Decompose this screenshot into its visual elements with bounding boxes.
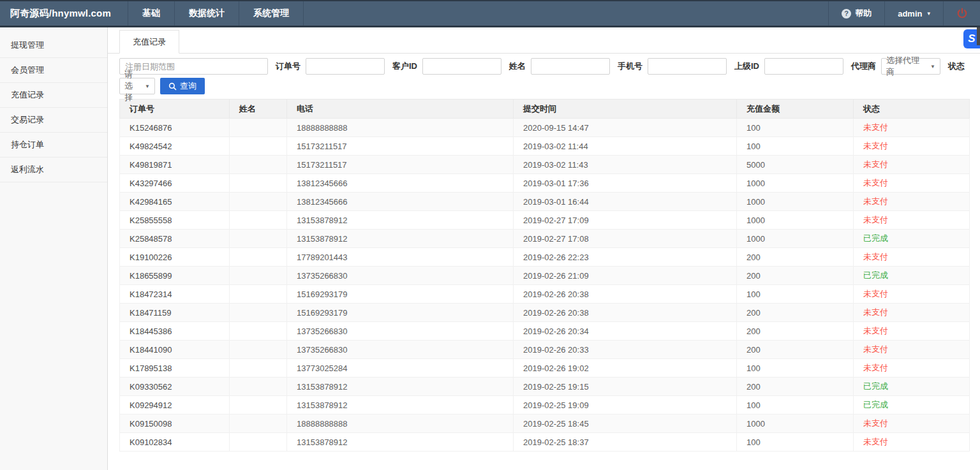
- user-menu[interactable]: admin ▾: [884, 1, 943, 26]
- table-row: K09294912131538789122019-02-25 19:09100已…: [120, 396, 970, 415]
- cell-amount: 200: [737, 248, 854, 267]
- cell-order: K18471159: [120, 304, 230, 322]
- cell-time: 2019-02-25 18:45: [514, 415, 737, 433]
- cell-order: K18655899: [120, 267, 230, 285]
- cell-order: K09102834: [120, 433, 230, 452]
- agent-label: 代理商: [851, 61, 876, 72]
- cell-amount: 1000: [737, 174, 854, 193]
- cell-phone: 17789201443: [287, 248, 514, 267]
- parent-id-input[interactable]: [764, 58, 843, 75]
- cell-phone: 15173211517: [287, 137, 514, 156]
- records-table-wrap: 订单号姓名电话提交时间充值金额状态 K152468761888888888820…: [119, 99, 970, 452]
- table-row: K18472314151692931792019-02-26 20:38100未…: [120, 285, 970, 304]
- cell-status: 未支付: [854, 359, 970, 378]
- cell-status: 未支付: [854, 341, 970, 359]
- table-row: K18441090137352668302019-02-26 20:33200未…: [120, 341, 970, 359]
- nav-item-2[interactable]: 系统管理: [239, 1, 304, 26]
- status-label: 状态: [948, 61, 965, 72]
- nav-item-0[interactable]: 基础: [128, 1, 174, 26]
- table-row: K43297466138123456662019-03-01 17:361000…: [120, 174, 970, 193]
- cell-status: 未支付: [854, 322, 970, 341]
- cell-order: K09150098: [120, 415, 230, 433]
- name-input[interactable]: [531, 58, 610, 75]
- cell-time: 2019-03-01 16:44: [514, 193, 737, 211]
- cell-phone: 13735266830: [287, 322, 514, 341]
- phone-input[interactable]: [648, 58, 727, 75]
- nav-item-1[interactable]: 数据统计: [174, 1, 239, 26]
- cell-amount: 200: [737, 322, 854, 341]
- cell-name: [230, 156, 287, 174]
- select-caret-icon: ▼: [145, 84, 150, 89]
- cell-order: K49824542: [120, 137, 230, 156]
- tab-strip: 充值记录: [108, 30, 980, 54]
- power-icon: [956, 7, 969, 20]
- chevron-down-icon: ▾: [927, 10, 930, 17]
- cell-name: [230, 322, 287, 341]
- scrollbar-thumb[interactable]: [977, 27, 980, 45]
- cell-amount: 1000: [737, 211, 854, 230]
- cell-name: [230, 137, 287, 156]
- sidebar-item-4[interactable]: 持仓订单: [0, 133, 107, 158]
- name-label: 姓名: [509, 61, 526, 72]
- cell-phone: 13153878912: [287, 396, 514, 415]
- cell-name: [230, 248, 287, 267]
- cell-phone: 13735266830: [287, 341, 514, 359]
- search-button-label: 查询: [180, 80, 197, 92]
- logout-button[interactable]: [943, 1, 980, 26]
- column-header: 电话: [287, 99, 514, 119]
- cell-order: K09330562: [120, 378, 230, 396]
- filter-panel: 订单号 客户ID 姓名 手机号 上级ID 代理商 选择代理商 ▼ 状态: [108, 54, 980, 94]
- cell-phone: 13153878912: [287, 230, 514, 248]
- cell-status: 已完成: [854, 378, 970, 396]
- column-header: 状态: [854, 99, 970, 119]
- main-nav: 基础数据统计系统管理: [128, 1, 304, 26]
- cell-order: K18441090: [120, 341, 230, 359]
- tab-recharge-records[interactable]: 充值记录: [119, 30, 179, 54]
- sidebar-item-1[interactable]: 会员管理: [0, 58, 107, 83]
- cell-phone: 13773025284: [287, 359, 514, 378]
- status-select[interactable]: 请选择 ▼: [119, 78, 155, 94]
- table-row: K15246876188888888882020-09-15 14:47100未…: [120, 119, 970, 137]
- customer-id-input[interactable]: [422, 58, 501, 75]
- cell-phone: 15169293179: [287, 285, 514, 304]
- cell-status: 已完成: [854, 267, 970, 285]
- customer-id-label: 客户ID: [392, 61, 417, 72]
- filter-row-2: 请选择 ▼ 查询: [119, 78, 970, 94]
- cell-amount: 100: [737, 396, 854, 415]
- cell-status: 未支付: [854, 174, 970, 193]
- cell-name: [230, 174, 287, 193]
- cell-status: 未支付: [854, 193, 970, 211]
- cell-order: K49819871: [120, 156, 230, 174]
- help-button[interactable]: ? 帮助: [828, 1, 884, 26]
- cell-amount: 100: [737, 433, 854, 452]
- date-range-input[interactable]: [119, 58, 268, 75]
- table-row: K19100226177892014432019-02-26 22:23200未…: [120, 248, 970, 267]
- cell-name: [230, 304, 287, 322]
- agent-select[interactable]: 选择代理商 ▼: [881, 58, 940, 75]
- table-row: K18471159151692931792019-02-26 20:38200未…: [120, 304, 970, 322]
- search-icon: [168, 82, 177, 91]
- search-button[interactable]: 查询: [160, 78, 205, 94]
- agent-select-value: 选择代理商: [886, 55, 924, 78]
- cell-status: 未支付: [854, 285, 970, 304]
- parent-id-label: 上级ID: [734, 61, 759, 72]
- cell-time: 2019-02-26 20:38: [514, 304, 737, 322]
- app-body: 提现管理会员管理充值记录交易记录持仓订单返利流水 S 充值记录 订单号 客户ID…: [0, 27, 980, 470]
- select-caret-icon: ▼: [930, 64, 935, 70]
- cell-status: 未支付: [854, 415, 970, 433]
- order-no-label: 订单号: [276, 61, 301, 72]
- cell-order: K17895138: [120, 359, 230, 378]
- sidebar-item-0[interactable]: 提现管理: [0, 33, 107, 58]
- sidebar-item-2[interactable]: 充值记录: [0, 83, 107, 108]
- cell-order: K42984165: [120, 193, 230, 211]
- cell-time: 2019-03-01 17:36: [514, 174, 737, 193]
- cell-phone: 13153878912: [287, 211, 514, 230]
- cell-amount: 100: [737, 285, 854, 304]
- question-circle-icon: ?: [842, 9, 851, 18]
- order-no-input[interactable]: [306, 58, 385, 75]
- sidebar-item-3[interactable]: 交易记录: [0, 108, 107, 133]
- cell-name: [230, 119, 287, 137]
- cell-amount: 1000: [737, 193, 854, 211]
- cell-status: 已完成: [854, 396, 970, 415]
- sidebar-item-5[interactable]: 返利流水: [0, 158, 107, 182]
